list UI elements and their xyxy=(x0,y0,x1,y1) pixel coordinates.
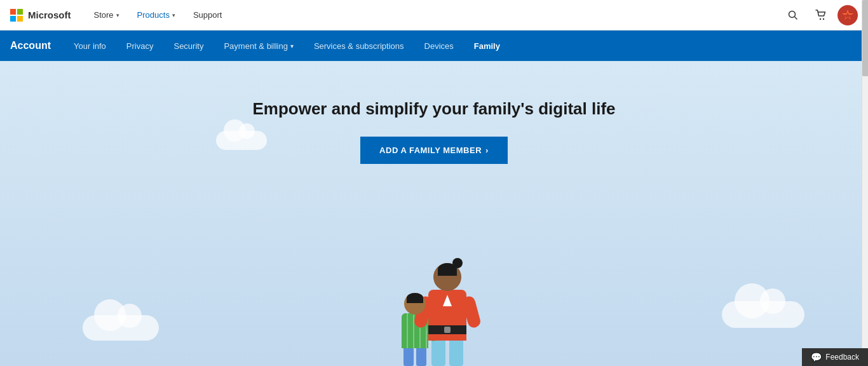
child-legs xyxy=(403,348,426,366)
mother-body xyxy=(428,290,466,341)
mother-head xyxy=(433,263,461,291)
nav-services-subscriptions[interactable]: Services & subscriptions xyxy=(304,30,414,61)
mother-collar xyxy=(443,295,452,306)
mother-arm-right xyxy=(461,295,482,329)
mother-character xyxy=(428,263,466,366)
search-button[interactable] xyxy=(782,4,804,27)
hero-title: Empower and simplify your family's digit… xyxy=(252,99,615,119)
nav-family[interactable]: Family xyxy=(464,30,510,61)
svg-marker-5 xyxy=(844,12,851,18)
nav-your-info[interactable]: Your info xyxy=(64,30,116,61)
cta-arrow-icon: › xyxy=(485,146,489,155)
nav-devices[interactable]: Devices xyxy=(414,30,464,61)
user-avatar[interactable] xyxy=(837,5,858,25)
scrollbar-track[interactable] xyxy=(862,0,868,366)
hero-section: Empower and simplify your family's digit… xyxy=(0,61,868,366)
child-hair xyxy=(407,293,423,303)
child-leg-right xyxy=(416,348,426,366)
avatar-inner xyxy=(837,5,858,25)
payment-chevron-icon: ▾ xyxy=(290,43,294,50)
cloud-decoration-3 xyxy=(722,301,804,328)
mother-belt-buckle xyxy=(444,327,451,333)
mother-leg-left xyxy=(431,341,445,366)
nav-privacy[interactable]: Privacy xyxy=(116,30,164,61)
store-chevron-icon: ▾ xyxy=(116,12,119,18)
reward-icon xyxy=(841,8,855,22)
ms-logo-text: Microsoft xyxy=(28,10,71,20)
child-character xyxy=(402,293,428,366)
search-icon xyxy=(788,10,798,20)
account-brand[interactable]: Account xyxy=(10,30,64,61)
mother-legs xyxy=(431,341,463,366)
products-chevron-icon: ▾ xyxy=(172,12,175,18)
child-head xyxy=(404,293,426,315)
nav-payment-billing[interactable]: Payment & billing ▾ xyxy=(214,30,303,61)
cloud-decoration-1 xyxy=(216,131,267,150)
nav-store[interactable]: Store ▾ xyxy=(86,0,127,30)
mother-belt xyxy=(428,325,466,334)
scrollbar-thumb[interactable] xyxy=(862,0,868,76)
mother-leg-right xyxy=(449,341,463,366)
nav-products[interactable]: Products ▾ xyxy=(130,0,183,30)
top-nav-icons xyxy=(782,4,858,27)
nav-security[interactable]: Security xyxy=(163,30,214,61)
cart-icon xyxy=(815,10,827,21)
feedback-icon: 💬 xyxy=(811,352,822,362)
account-nav: Account Your info Privacy Security Payme… xyxy=(0,30,868,61)
add-family-member-button[interactable]: ADD A FAMILY MEMBER › xyxy=(360,137,508,164)
ms-logo[interactable]: Microsoft xyxy=(10,9,71,22)
cloud-decoration-2 xyxy=(83,315,159,341)
feedback-button[interactable]: 💬 Feedback xyxy=(802,348,868,366)
svg-point-2 xyxy=(820,18,821,19)
top-nav: Microsoft Store ▾ Products ▾ Support xyxy=(0,0,868,30)
nav-support[interactable]: Support xyxy=(186,0,230,30)
svg-line-1 xyxy=(795,17,797,19)
svg-point-3 xyxy=(823,18,824,19)
child-leg-left xyxy=(403,348,414,366)
family-illustration xyxy=(402,263,466,366)
ms-logo-grid xyxy=(10,9,23,22)
top-nav-links: Store ▾ Products ▾ Support xyxy=(86,0,782,30)
svg-point-0 xyxy=(789,11,796,17)
cart-button[interactable] xyxy=(810,4,832,27)
mother-hair-bun xyxy=(452,258,463,268)
